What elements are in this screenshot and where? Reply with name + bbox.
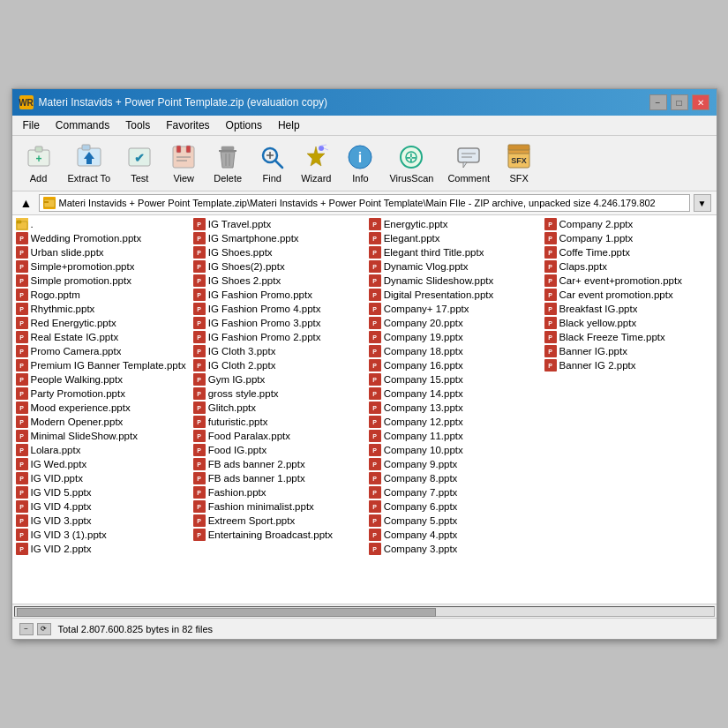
file-item[interactable]: P Gym IG.pptx — [190, 372, 365, 387]
find-button[interactable]: Find — [251, 139, 293, 187]
file-item[interactable]: P Entertaining Broadcast.pptx — [190, 528, 365, 542]
file-item[interactable]: P Elegant third Title.pptx — [365, 245, 541, 259]
file-item[interactable]: P IG Shoes 2.pptx — [190, 274, 365, 288]
comment-button[interactable]: Comment — [441, 139, 496, 187]
add-button[interactable]: + Add — [18, 139, 60, 187]
file-item[interactable]: P IG Fashion Promo 3.pptx — [190, 316, 365, 330]
menu-options[interactable]: Options — [219, 117, 269, 133]
file-item[interactable]: P Modern Opener.pptx — [12, 415, 190, 429]
file-item[interactable]: P Car event promotion.pptx — [541, 288, 717, 302]
file-item[interactable]: P Company 9.pptx — [365, 457, 541, 471]
file-item[interactable]: P Red Energytic.pptx — [12, 316, 190, 330]
file-item[interactable]: P Wedding Promotion.pptx — [12, 231, 190, 245]
address-dropdown[interactable]: ▼ — [694, 194, 711, 212]
file-item[interactable]: P Food Paralax.pptx — [190, 429, 365, 443]
virusscan-button[interactable]: ✛ VirusScan — [383, 139, 439, 187]
file-item[interactable]: P Fashion.pptx — [190, 485, 365, 499]
file-item[interactable]: P FB ads banner 1.pptx — [190, 471, 365, 485]
wizard-button[interactable]: Wizard — [295, 139, 337, 187]
file-item[interactable]: P IG Wed.pptx — [12, 457, 190, 471]
file-item[interactable]: P Simple+promotion.pptx — [12, 259, 190, 274]
file-item[interactable]: P IG Shoes(2).pptx — [190, 259, 365, 274]
file-item[interactable]: P Company 18.pptx — [365, 344, 541, 358]
minimize-button[interactable]: − — [649, 94, 667, 110]
file-item[interactable]: P Company 10.pptx — [365, 443, 541, 457]
file-item[interactable]: P Company 5.pptx — [365, 514, 541, 528]
info-button[interactable]: i Info — [339, 139, 381, 187]
file-item[interactable]: P gross style.pptx — [190, 387, 365, 401]
file-item[interactable]: P IG Fashion Promo 2.pptx — [190, 330, 365, 344]
file-item[interactable]: P Company 7.pptx — [365, 485, 541, 499]
file-item[interactable]: P Company 11.pptx — [365, 429, 541, 443]
file-item[interactable]: P Company 12.pptx — [365, 415, 541, 429]
file-item[interactable]: P Premium IG Banner Template.pptx — [12, 358, 190, 372]
menu-tools[interactable]: Tools — [118, 117, 157, 133]
file-item[interactable]: P IG Cloth 2.pptx — [190, 358, 365, 372]
menu-file[interactable]: File — [16, 117, 47, 133]
file-item[interactable]: P Company 3.pptx — [365, 542, 541, 556]
file-item[interactable]: P Urban slide.pptx — [12, 245, 190, 259]
file-item[interactable]: P futuristic.pptx — [190, 415, 365, 429]
file-item[interactable]: P Black Freeze Time.pptx — [541, 330, 717, 344]
file-item[interactable]: P Claps.pptx — [541, 259, 717, 274]
file-item[interactable]: P Company 16.pptx — [365, 358, 541, 372]
file-item[interactable]: P Energytic.pptx — [365, 217, 541, 231]
file-item[interactable]: P Breakfast IG.pptx — [541, 302, 717, 316]
file-item[interactable]: P Company 6.pptx — [365, 499, 541, 514]
file-item[interactable]: P Company 20.pptx — [365, 316, 541, 330]
file-item[interactable]: P IG VID 4.pptx — [12, 499, 190, 514]
file-item[interactable]: P Company 2.pptx — [541, 217, 717, 231]
file-item[interactable]: P Glitch.pptx — [190, 401, 365, 415]
status-icon-2[interactable]: ⟳ — [37, 623, 51, 635]
file-item[interactable]: P Dynamic Slideshow.pptx — [365, 274, 541, 288]
file-item[interactable]: P IG VID 5.pptx — [12, 485, 190, 499]
extract-button[interactable]: Extract To — [62, 139, 117, 187]
file-item[interactable]: P Coffe Time.pptx — [541, 245, 717, 259]
sfx-button[interactable]: SFX SFX — [498, 139, 540, 187]
scrollbar-thumb[interactable] — [17, 608, 436, 617]
menu-favorites[interactable]: Favorites — [159, 117, 216, 133]
file-item[interactable]: P Lolara.pptx — [12, 443, 190, 457]
horizontal-scrollbar[interactable] — [14, 606, 715, 617]
file-item[interactable]: P Dynamic Vlog.pptx — [365, 259, 541, 274]
menu-commands[interactable]: Commands — [49, 117, 116, 133]
file-item[interactable]: P Banner IG.pptx — [541, 344, 717, 358]
file-item[interactable]: P Company 19.pptx — [365, 330, 541, 344]
close-button[interactable]: ✕ — [692, 94, 709, 110]
file-item[interactable]: P Minimal SlideShow.pptx — [12, 429, 190, 443]
file-item[interactable]: P IG Shoes.pptx — [190, 245, 365, 259]
file-item[interactable]: P IG VID 2.pptx — [12, 542, 190, 556]
delete-button[interactable]: Delete — [206, 139, 249, 187]
file-item[interactable]: P Food IG.pptx — [190, 443, 365, 457]
file-item[interactable]: . — [12, 217, 190, 231]
file-item[interactable]: P Promo Camera.pptx — [12, 344, 190, 358]
file-item[interactable]: P Company 1.pptx — [541, 231, 717, 245]
file-item[interactable]: P IG Fashion Promo.pptx — [190, 288, 365, 302]
file-item[interactable]: P Elegant.pptx — [365, 231, 541, 245]
file-item[interactable]: P Fashion minimalist.pptx — [190, 499, 365, 514]
file-item[interactable]: P Mood experience.pptx — [12, 401, 190, 415]
file-item[interactable]: P IG VID.pptx — [12, 471, 190, 485]
file-item[interactable]: P Company 14.pptx — [365, 387, 541, 401]
file-item[interactable]: P Rhythmic.pptx — [12, 302, 190, 316]
menu-help[interactable]: Help — [271, 117, 307, 133]
file-item[interactable]: P Rogo.pptm — [12, 288, 190, 302]
file-item[interactable]: P Digital Presentation.pptx — [365, 288, 541, 302]
file-item[interactable]: P Black yellow.pptx — [541, 316, 717, 330]
maximize-button[interactable]: □ — [671, 94, 688, 110]
file-item[interactable]: P Company+ 17.pptx — [365, 302, 541, 316]
file-item[interactable]: P IG VID 3.pptx — [12, 514, 190, 528]
file-item[interactable]: P Company 4.pptx — [365, 528, 541, 542]
file-item[interactable]: P Banner IG 2.pptx — [541, 358, 717, 372]
view-button[interactable]: View — [162, 139, 205, 187]
file-item[interactable]: P Company 8.pptx — [365, 471, 541, 485]
file-item[interactable]: P FB ads banner 2.pptx — [190, 457, 365, 471]
test-button[interactable]: ✔ Test — [118, 139, 161, 187]
file-item[interactable]: P IG Fashion Promo 4.pptx — [190, 302, 365, 316]
file-item[interactable]: P Company 15.pptx — [365, 372, 541, 387]
file-item[interactable]: P People Walking.pptx — [12, 372, 190, 387]
file-item[interactable]: P Simple promotion.pptx — [12, 274, 190, 288]
file-item[interactable]: P IG VID 3 (1).pptx — [12, 528, 190, 542]
file-item[interactable]: P Extreem Sport.pptx — [190, 514, 365, 528]
back-button[interactable]: ▲ — [18, 194, 35, 212]
